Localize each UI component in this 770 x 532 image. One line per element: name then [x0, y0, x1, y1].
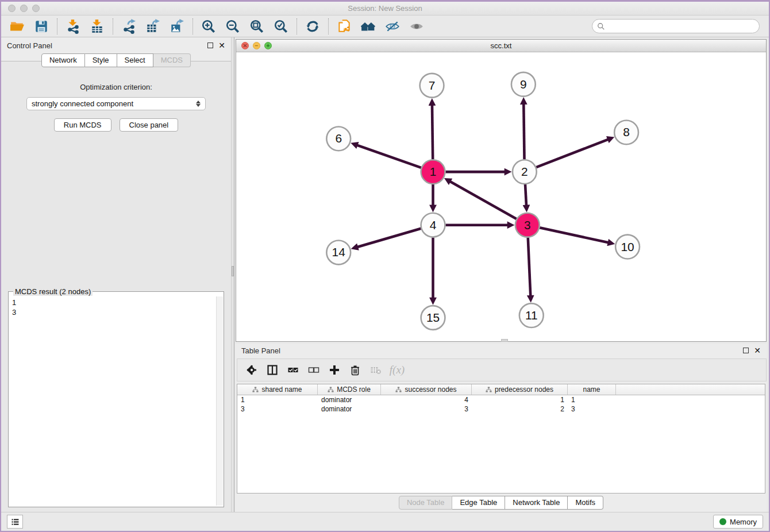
show-columns-button[interactable]: [264, 361, 281, 379]
search-input[interactable]: [608, 22, 754, 30]
edge-1-6[interactable]: [357, 145, 421, 168]
table-tab-node-table[interactable]: Node Table: [399, 496, 453, 510]
column-header-label: shared name: [261, 385, 302, 394]
toolbar-separator: [113, 18, 113, 34]
zoom-selected-button[interactable]: [270, 17, 292, 36]
tab-network[interactable]: Network: [41, 53, 85, 67]
select-all-columns-button[interactable]: [284, 361, 302, 379]
task-history-button[interactable]: [7, 515, 23, 529]
network-hscroll-handle[interactable]: [501, 339, 508, 342]
column-header-label: name: [583, 385, 600, 394]
network-minimize-button[interactable]: −: [253, 42, 260, 49]
column-header-name[interactable]: name: [568, 384, 616, 395]
tab-mcds[interactable]: MCDS: [153, 53, 191, 67]
column-header-predecessor-nodes[interactable]: predecessor nodes: [472, 384, 568, 395]
close-panel-button[interactable]: Close panel: [120, 118, 179, 132]
network-view-window: ✕ − + scc.txt 7968124314101511: [236, 39, 767, 342]
table-row[interactable]: 1dominator411: [237, 395, 765, 404]
cell-MCDS-role[interactable]: dominator: [318, 405, 381, 413]
float-table-panel-icon[interactable]: [743, 348, 749, 353]
search-box[interactable]: [592, 19, 760, 33]
zoom-in-button[interactable]: [197, 17, 220, 36]
cell-successor-nodes[interactable]: 4: [381, 396, 472, 404]
create-column-button[interactable]: [326, 361, 343, 379]
zoom-window-button[interactable]: [32, 5, 40, 12]
table-tabs: Node TableEdge TableNetwork TableMotifs: [236, 494, 767, 512]
zoom-fit-button[interactable]: [245, 17, 268, 36]
export-network-button[interactable]: [117, 17, 140, 36]
optimization-criterion-value: strongly connected component: [32, 99, 133, 108]
save-session-button[interactable]: [30, 17, 53, 36]
network-close-button[interactable]: ✕: [241, 42, 249, 49]
result-scrollbar[interactable]: [216, 296, 223, 506]
cell-shared-name[interactable]: 3: [237, 405, 318, 413]
column-type-icon: [328, 387, 334, 393]
edge-1-7[interactable]: [432, 105, 433, 160]
zoom-out-button[interactable]: [221, 17, 244, 36]
import-table-button[interactable]: [86, 17, 109, 36]
mcds-result-box: MCDS result (2 nodes) 13: [8, 291, 224, 507]
delete-column-button[interactable]: [346, 361, 364, 379]
show-eye-button[interactable]: [405, 17, 428, 36]
close-table-panel-icon[interactable]: ✕: [754, 348, 761, 353]
refresh-button[interactable]: [301, 17, 324, 36]
network-zoom-button[interactable]: +: [264, 42, 272, 49]
control-panel-tabs: NetworkStyleSelectMCDS: [1, 53, 231, 67]
run-mcds-button[interactable]: Run MCDS: [54, 118, 111, 132]
table-panel-title: Table Panel: [241, 346, 280, 355]
edge-2-8[interactable]: [536, 140, 608, 168]
export-network-icon: [121, 19, 136, 34]
open-session-button[interactable]: [6, 17, 29, 36]
edge-4-14[interactable]: [357, 229, 421, 247]
window-title: Session: New Session: [348, 4, 422, 13]
optimization-criterion-select[interactable]: strongly connected component: [26, 97, 206, 110]
float-panel-icon[interactable]: [207, 43, 213, 48]
cell-name[interactable]: 3: [568, 405, 616, 413]
function-builder-button[interactable]: f(x): [388, 361, 405, 379]
mcds-result-title: MCDS result (2 nodes): [13, 287, 93, 296]
delete-table-button[interactable]: [367, 361, 384, 379]
import-network-button[interactable]: [61, 17, 84, 36]
edge-2-9[interactable]: [523, 104, 524, 160]
status-bar: Memory: [1, 512, 769, 531]
cell-name[interactable]: 1: [568, 396, 616, 404]
network-window-title: scc.txt: [491, 41, 512, 50]
column-header-successor-nodes[interactable]: successor nodes: [381, 384, 472, 395]
divider-handle-icon[interactable]: [232, 266, 234, 276]
close-window-button[interactable]: [8, 5, 16, 12]
edge-2-3[interactable]: [525, 184, 526, 206]
memory-button[interactable]: Memory: [713, 515, 763, 529]
panel-divider[interactable]: [231, 37, 234, 512]
edge-3-11[interactable]: [528, 238, 531, 296]
table-tab-motifs[interactable]: Motifs: [568, 496, 603, 510]
plus-icon: [329, 364, 340, 376]
minimize-window-button[interactable]: [20, 5, 28, 12]
tab-style[interactable]: Style: [85, 53, 117, 67]
gear-icon: [246, 364, 257, 376]
mcds-result-list[interactable]: 13: [10, 296, 215, 506]
close-panel-icon[interactable]: ✕: [218, 43, 225, 48]
export-image-button[interactable]: [165, 17, 188, 36]
column-header-MCDS-role[interactable]: MCDS role: [318, 384, 381, 395]
table-tab-edge-table[interactable]: Edge Table: [452, 496, 505, 510]
table-panel: Table Panel ✕ f(x) s: [236, 344, 767, 512]
tab-select[interactable]: Select: [117, 53, 153, 67]
hide-eye-button[interactable]: [381, 17, 404, 36]
edge-3-1[interactable]: [450, 182, 517, 219]
node-label-1: 1: [430, 165, 437, 178]
cell-predecessor-nodes[interactable]: 1: [472, 396, 568, 404]
table-row[interactable]: 3dominator323: [237, 404, 765, 414]
cell-shared-name[interactable]: 1: [237, 396, 318, 404]
table-settings-button[interactable]: [243, 361, 260, 379]
cell-predecessor-nodes[interactable]: 2: [472, 405, 568, 413]
export-table-button[interactable]: [141, 17, 164, 36]
cell-MCDS-role[interactable]: dominator: [318, 396, 381, 404]
column-header-shared-name[interactable]: shared name: [237, 384, 318, 395]
unselect-all-columns-button[interactable]: [305, 361, 322, 379]
houses-button[interactable]: [357, 17, 380, 36]
table-tab-network-table[interactable]: Network Table: [505, 496, 568, 510]
edge-3-10[interactable]: [540, 228, 609, 242]
cell-successor-nodes[interactable]: 3: [381, 405, 472, 413]
documents-share-button[interactable]: [333, 17, 356, 36]
network-canvas[interactable]: 7968124314101511: [236, 52, 766, 341]
